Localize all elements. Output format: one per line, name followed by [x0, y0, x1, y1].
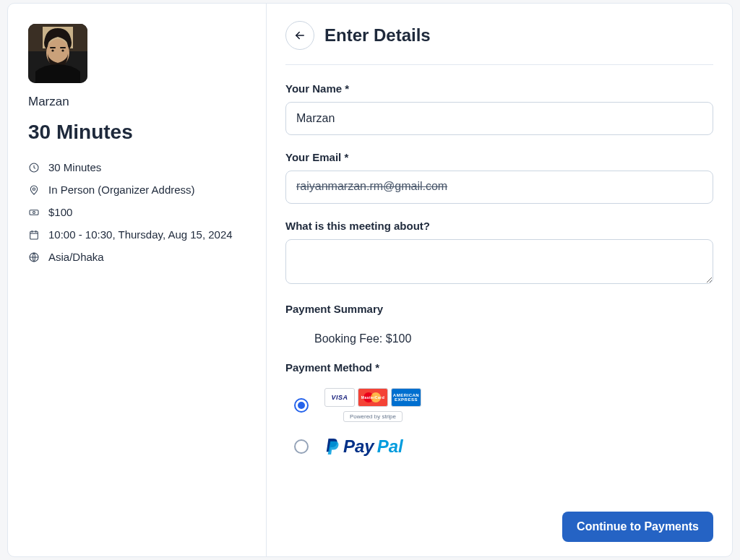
svg-point-5: [61, 49, 64, 51]
meta-location: In Person (Organizer Address): [28, 184, 246, 196]
paypal-icon: [324, 437, 340, 456]
svg-rect-7: [60, 47, 66, 48]
svg-point-9: [33, 188, 35, 190]
field-about: What is this meeting about?: [285, 220, 713, 287]
visa-icon: VISA: [324, 388, 355, 407]
payment-method-label: Payment Method *: [285, 361, 713, 374]
payment-summary: Payment Summary Booking Fee: $100: [285, 303, 713, 356]
svg-point-11: [33, 211, 35, 213]
divider: [285, 64, 713, 65]
mastercard-icon: MasterCard: [358, 388, 388, 407]
amex-icon: AMERICAN EXPRESS: [391, 388, 421, 407]
radio-paypal[interactable]: [294, 439, 309, 454]
powered-by-stripe: Powered by stripe: [343, 411, 403, 422]
money-icon: [28, 207, 40, 218]
email-value: raiyanmarzan.rm@gmail.com: [296, 180, 447, 192]
svg-rect-6: [50, 47, 56, 48]
meta-price: $100: [28, 206, 246, 218]
host-name: Marzan: [28, 95, 246, 109]
svg-point-4: [51, 49, 53, 51]
globe-icon: [28, 251, 40, 263]
details-panel: Enter Details Your Name * Your Email * r…: [267, 4, 732, 556]
payment-method-stripe[interactable]: VISA MasterCard AMERICAN EXPRESS Powered…: [285, 381, 713, 429]
paypal-text-pal: Pal: [377, 436, 403, 457]
payment-method-group: Payment Method * VISA MasterCard AMERICA…: [285, 361, 713, 464]
payment-summary-label: Payment Summary: [285, 303, 713, 315]
event-title: 30 Minutes: [28, 121, 246, 144]
meta-price-text: $100: [48, 206, 72, 218]
email-input[interactable]: raiyanmarzan.rm@gmail.com: [285, 171, 713, 204]
meta-duration-text: 30 Minutes: [48, 161, 101, 173]
host-avatar: [28, 24, 87, 83]
continue-button[interactable]: Continue to Payments: [562, 512, 713, 542]
radio-stripe[interactable]: [294, 398, 309, 413]
about-input[interactable]: [285, 239, 713, 284]
card-logos: VISA MasterCard AMERICAN EXPRESS: [324, 388, 421, 407]
svg-rect-10: [30, 210, 38, 215]
meta-datetime-text: 10:00 - 10:30, Thursday, Aug 15, 2024: [48, 228, 233, 241]
about-label: What is this meeting about?: [285, 220, 713, 232]
event-sidebar: Marzan 30 Minutes 30 Minutes In Person (…: [8, 4, 267, 556]
clock-icon: [28, 162, 40, 173]
meta-location-text: In Person (Organizer Address): [48, 184, 195, 196]
calendar-icon: [28, 229, 40, 241]
location-icon: [28, 184, 40, 196]
meta-timezone: Asia/Dhaka: [28, 251, 246, 263]
field-email: Your Email * raiyanmarzan.rm@gmail.com: [285, 151, 713, 204]
panel-header: Enter Details: [285, 21, 713, 50]
meta-timezone-text: Asia/Dhaka: [48, 251, 104, 263]
booking-card: Marzan 30 Minutes 30 Minutes In Person (…: [7, 3, 733, 557]
svg-rect-12: [30, 231, 38, 239]
email-label: Your Email *: [285, 151, 713, 163]
arrow-left-icon: [293, 29, 306, 42]
paypal-brand: PayPal: [324, 436, 403, 457]
payment-method-paypal[interactable]: PayPal: [285, 429, 713, 464]
meta-duration: 30 Minutes: [28, 161, 246, 173]
panel-title: Enter Details: [324, 25, 431, 46]
back-button[interactable]: [285, 21, 314, 50]
name-input[interactable]: [285, 102, 713, 135]
event-meta: 30 Minutes In Person (Organizer Address)…: [28, 161, 246, 263]
paypal-text-pay: Pay: [343, 436, 374, 457]
field-name: Your Name *: [285, 82, 713, 135]
meta-datetime: 10:00 - 10:30, Thursday, Aug 15, 2024: [28, 228, 246, 241]
name-label: Your Name *: [285, 82, 713, 95]
stripe-brand: VISA MasterCard AMERICAN EXPRESS Powered…: [324, 388, 421, 422]
booking-fee: Booking Fee: $100: [285, 322, 713, 356]
panel-footer: Continue to Payments: [285, 504, 713, 542]
